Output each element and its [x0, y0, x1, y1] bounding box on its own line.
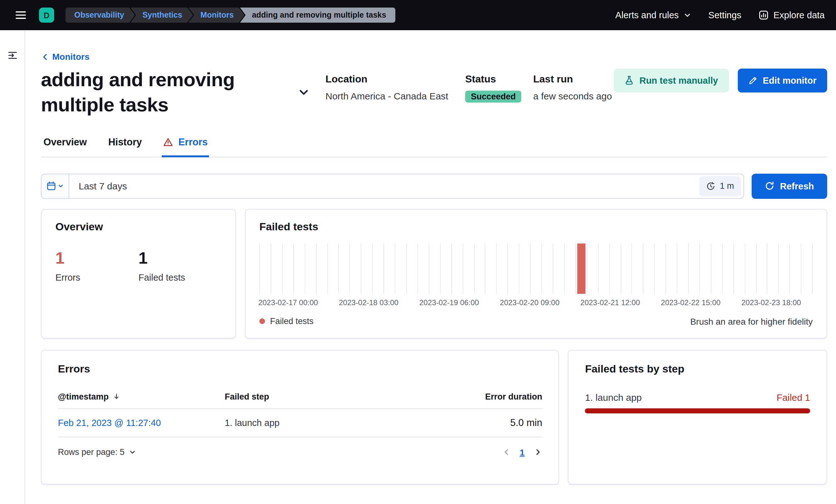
next-page-button[interactable]	[534, 448, 542, 456]
chart-bucket	[688, 243, 699, 293]
tab-history-label: History	[108, 136, 142, 148]
error-duration-cell: 5.0 min	[448, 417, 542, 428]
refresh-icon	[765, 181, 774, 191]
hamburger-icon	[15, 9, 26, 21]
errors-count: 1	[55, 248, 138, 268]
failed-tests-count-label: Failed tests	[138, 272, 222, 282]
chart-bucket	[383, 243, 395, 293]
error-timestamp-link[interactable]: Feb 21, 2023 @ 11:27:40	[58, 418, 161, 428]
x-axis-tick: 2023-02-18 03:00	[339, 298, 398, 307]
errors-card-title: Errors	[58, 363, 542, 375]
warning-triangle-icon	[163, 137, 173, 147]
refresh-clock-icon	[707, 181, 716, 190]
failed-tests-by-step-title: Failed tests by step	[585, 363, 810, 375]
x-axis-tick: 2023-02-23 18:00	[741, 298, 801, 307]
column-header-timestamp[interactable]: @timestamp	[58, 392, 225, 401]
tab-errors[interactable]: Errors	[162, 133, 209, 157]
chart-bucket	[722, 243, 734, 293]
synthetics-monitor-detail-page: D Observability Synthetics Monitors addi…	[0, 0, 836, 504]
x-axis-tick: 2023-02-21 12:00	[581, 298, 640, 307]
errors-stat: 1 Errors	[55, 248, 138, 282]
chevron-down-icon	[58, 183, 63, 189]
edit-monitor-label: Edit monitor	[763, 75, 816, 85]
errors-count-label: Errors	[55, 272, 138, 282]
last-run-meta: Last run a few seconds ago	[533, 73, 612, 117]
step-failed-count: Failed 1	[777, 392, 810, 402]
failed-tests-card-title: Failed tests	[259, 220, 813, 233]
breadcrumb-synthetics[interactable]: Synthetics	[130, 7, 193, 23]
x-axis-ticks: 2023-02-17 00:002023-02-18 03:002023-02-…	[259, 298, 813, 307]
date-quick-select-button[interactable]	[41, 174, 69, 198]
auto-refresh-interval-badge: 1 m	[700, 176, 741, 196]
chart-bucket	[778, 243, 790, 293]
super-date-picker: Last 7 days 1 m	[41, 173, 744, 198]
chart-bucket	[350, 243, 361, 293]
run-test-manually-button[interactable]: Run test manually	[613, 68, 729, 92]
last-run-value: a few seconds ago	[533, 90, 612, 101]
step-label: 1. launch app	[585, 392, 642, 402]
pencil-icon	[748, 76, 757, 85]
rows-per-page-label: Rows per page: 5	[58, 447, 125, 457]
calendar-icon	[46, 181, 56, 191]
alerts-and-rules-menu[interactable]: Alerts and rules	[615, 10, 691, 20]
chart-bucket	[485, 243, 496, 293]
rows-per-page-selector[interactable]: Rows per page: 5	[58, 447, 136, 457]
page-number-1[interactable]: 1	[520, 447, 525, 457]
breadcrumb-monitors[interactable]: Monitors	[189, 7, 245, 23]
failed-tests-chart[interactable]	[259, 243, 813, 293]
breadcrumb: Observability Synthetics Monitors adding…	[65, 7, 396, 23]
step-progress-track	[585, 408, 810, 413]
chart-bucket	[361, 243, 372, 293]
tab-bar: Overview History Errors	[41, 133, 827, 157]
breadcrumb-observability[interactable]: Observability	[65, 7, 135, 23]
chart-bucket	[271, 243, 282, 293]
chevron-right-icon	[534, 448, 542, 456]
tab-overview[interactable]: Overview	[42, 133, 88, 156]
location-label: Location	[325, 73, 465, 85]
settings-link[interactable]: Settings	[708, 10, 741, 20]
top-navigation-bar: D Observability Synthetics Monitors addi…	[0, 0, 836, 30]
last-run-label: Last run	[533, 73, 612, 85]
chart-footer: Failed tests Brush an area for higher fi…	[259, 316, 813, 326]
chart-bucket	[744, 243, 756, 293]
chart-bucket	[621, 243, 632, 293]
main-content: Monitors adding and removing multiple ta…	[25, 30, 836, 504]
flask-icon	[624, 76, 633, 85]
chart-bucket	[406, 243, 417, 293]
monitor-meta: Location North America - Canada East Sta…	[325, 73, 612, 117]
failed-tests-card: Failed tests 2023-02-17 00:002023-02-18 …	[245, 209, 827, 338]
explore-data-link[interactable]: Explore data	[758, 10, 825, 20]
legend-dot-icon	[259, 318, 265, 324]
previous-page-button[interactable]	[502, 448, 510, 456]
space-avatar[interactable]: D	[39, 7, 54, 23]
errors-card: Errors @timestamp Failed step Error dura…	[41, 350, 559, 484]
chart-bucket	[530, 243, 542, 293]
back-to-monitors-link[interactable]: Monitors	[41, 52, 89, 62]
column-header-error-duration: Error duration	[448, 392, 542, 401]
tab-history[interactable]: History	[107, 133, 143, 156]
step-result-row: 1. launch app Failed 1	[585, 392, 810, 402]
status-meta: Status Succeeded	[465, 73, 533, 117]
chart-bucket	[451, 243, 462, 293]
location-value: North America - Canada East	[325, 90, 465, 101]
main-menu-button[interactable]	[11, 6, 30, 24]
chart-bucket	[462, 243, 474, 293]
overview-card: Overview 1 Errors 1 Failed tests	[41, 209, 236, 338]
x-axis-tick: 2023-02-17 00:00	[259, 298, 318, 307]
chart-bucket	[654, 243, 666, 293]
edit-monitor-button[interactable]: Edit monitor	[738, 68, 827, 92]
legend-item-failed-tests[interactable]: Failed tests	[259, 316, 314, 326]
x-axis-tick: 2023-02-19 06:00	[419, 298, 479, 307]
monitor-select-dropdown[interactable]	[298, 86, 310, 98]
date-range-value[interactable]: Last 7 days	[69, 180, 700, 191]
collapsed-sidebar	[0, 30, 25, 504]
refresh-label: Refresh	[780, 181, 814, 191]
settings-label: Settings	[708, 10, 741, 20]
failed-tests-count: 1	[138, 248, 222, 268]
explore-data-label: Explore data	[773, 10, 825, 20]
refresh-button[interactable]: Refresh	[752, 173, 827, 198]
chart-bucket	[790, 243, 801, 293]
chevron-down-icon	[684, 11, 691, 19]
failed-tests-by-step-card: Failed tests by step 1. launch app Faile…	[568, 350, 827, 484]
sidebar-expand-button[interactable]	[5, 48, 20, 63]
